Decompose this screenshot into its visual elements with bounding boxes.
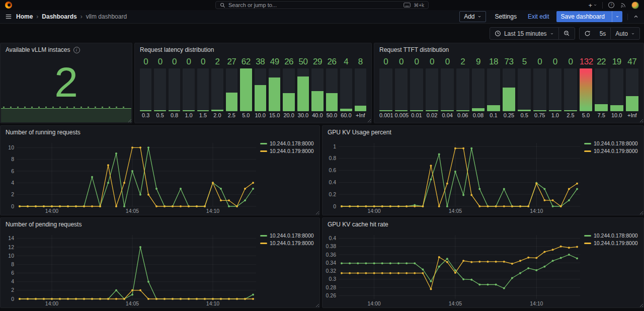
series-line [20,290,253,299]
refresh-interval-label[interactable]: 5s [595,28,611,39]
data-point [196,205,198,207]
exit-edit-button[interactable]: Exit edit [526,11,551,22]
data-point [576,257,578,259]
histogram-column: 4915.0 [269,56,280,120]
histogram-column: 01.0 [183,56,194,120]
panel-header[interactable]: Request latency distribution [135,43,371,56]
pending-requests-svg[interactable]: 14:0014:0514:1002468101214 [1,231,260,307]
legend-item[interactable]: 10.244.0.178:8000 [584,232,641,239]
time-range-picker[interactable]: Last 15 minutes [490,28,558,39]
stat-sparkline [1,108,131,122]
refresh-button[interactable] [580,28,595,39]
bar-label: 5.0 [580,111,593,120]
collapse-top-bar-icon[interactable] [633,14,639,20]
save-dashboard-label: Save dashboard [556,13,609,20]
legend-item[interactable]: 10.244.0.179:8000 [584,148,641,154]
bar-label: 50.0 [326,111,338,120]
running-requests-plot[interactable]: 14:0014:0514:100246810 [1,139,260,214]
legend-item[interactable]: 10.244.0.178:8000 [260,140,317,146]
data-point [568,247,570,249]
breadcrumb-home[interactable]: Home [16,13,33,20]
bar-value: 0 [549,56,562,68]
gpu-kv-usage-plot[interactable]: 14:0014:0514:1000.20.40.60.81 [323,139,584,214]
legend-label: 10.244.0.178:8000 [594,232,638,239]
data-point [381,262,383,264]
bar-value: 27 [226,56,237,68]
bar-track [269,68,280,111]
data-point [172,205,174,207]
gpu-kv-usage-svg[interactable]: 14:0014:0514:1000.20.40.60.81 [323,139,584,214]
panel-header[interactable]: Available vLLM instaces i [1,43,132,56]
bar-fill [503,88,516,111]
bar-fill [518,110,531,111]
data-point [365,262,367,264]
y-tick-label: 0 [11,296,14,302]
bar-value: 0 [379,56,392,68]
gpu-kv-cache-hit-rate-plot[interactable]: 14:0014:0514:100.260.280.30.320.340.360.… [323,231,584,307]
y-tick-label: 0.4 [329,179,336,185]
gpu-kv-cache-hit-rate-svg[interactable]: 14:0014:0514:100.260.280.30.320.340.360.… [323,231,584,307]
data-point [147,146,149,148]
grafana-logo[interactable] [5,2,12,9]
data-point [535,269,537,271]
help-button[interactable]: ? [608,2,615,9]
data-point [252,182,254,184]
panel-header[interactable]: Number of pending requests [1,218,319,231]
save-dashboard-button[interactable]: Save dashboard [556,11,622,22]
bar-track [169,68,180,111]
latency-histogram[interactable]: 00.300.500.801.001.522.0272.5625.03810.0… [135,56,371,122]
x-tick-label: 14:00 [367,208,380,214]
data-point [27,298,29,300]
data-point [487,261,489,263]
zoom-out-time-button[interactable] [559,28,575,39]
panel-title: Number of pending requests [6,221,82,228]
breadcrumb-dashboards[interactable]: Dashboards [42,13,76,20]
legend-item[interactable]: 10.244.0.178:8000 [260,232,317,239]
save-dashboard-menu[interactable] [612,11,622,22]
bar-value: 2 [456,56,469,68]
pending-requests-plot[interactable]: 14:0014:0514:1002468101214 [1,231,260,307]
panel-header[interactable]: GPU KV Usage percent [323,126,643,139]
panel-header[interactable]: GPU KV cache hit rate [323,218,643,231]
search-input[interactable] [228,2,400,8]
info-icon[interactable]: i [73,47,80,53]
data-point [365,272,367,274]
data-point [164,298,166,300]
x-tick-label: 14:10 [206,208,219,214]
news-button[interactable] [620,2,626,9]
keyboard-icon [404,3,411,8]
legend-item[interactable]: 10.244.0.179:8000 [260,240,317,246]
bar-label: 0.75 [533,111,546,120]
legend: 10.244.0.178:800010.244.0.179:8000 [584,139,643,214]
auto-dropdown[interactable]: Auto [611,28,639,39]
panel-header[interactable]: Request TTFT distribution [374,43,643,56]
histogram-column: 272.5 [226,56,237,120]
legend-item[interactable]: 10.244.0.178:8000 [584,140,641,146]
bar-track [197,68,209,111]
panel-header[interactable]: Number of running requests [1,126,319,139]
bar-track [426,68,439,111]
user-avatar[interactable] [631,2,639,9]
x-tick-label: 14:00 [45,300,58,306]
bar-value: 38 [255,56,266,68]
data-point [495,205,497,207]
y-tick-label: 8 [11,156,14,162]
data-point [478,205,480,207]
settings-button[interactable]: Settings [491,11,521,22]
ttft-histogram[interactable]: 00.00100.00500.0100.0200.0420.0690.08180… [374,56,643,122]
panel-title: Number of running requests [6,129,80,136]
bar-label: 1.0 [549,111,562,120]
hamburger-menu-icon[interactable] [5,13,12,20]
panel-title: GPU KV cache hit rate [328,221,388,228]
running-requests-svg[interactable]: 14:0014:0514:100246810 [1,139,260,214]
bar-track [379,68,392,111]
new-menu-button[interactable]: + [588,2,597,9]
bar-fill [549,110,562,111]
bar-track [283,68,294,111]
add-button[interactable]: Add [459,11,486,22]
legend-item[interactable]: 10.244.0.179:8000 [584,240,641,246]
legend-item[interactable]: 10.244.0.179:8000 [260,148,317,154]
series-line [342,148,577,206]
data-point [244,199,246,201]
search-box[interactable]: ⌘+k [215,1,429,9]
